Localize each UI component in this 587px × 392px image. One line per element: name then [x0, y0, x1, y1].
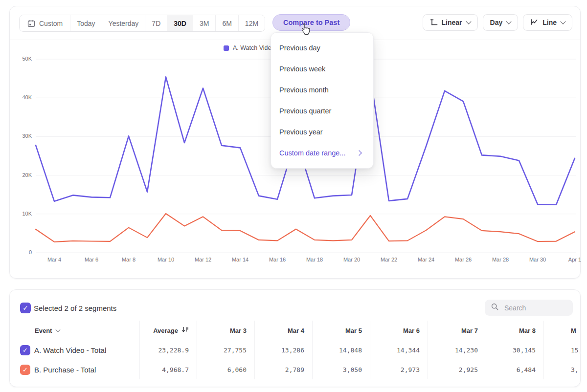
- compare-menu-items: Previous dayPrevious weekPrevious monthP…: [271, 37, 373, 142]
- row-checkbox[interactable]: ✓: [20, 365, 30, 375]
- menu-item-previous-year[interactable]: Previous year: [271, 121, 373, 142]
- row-checkbox[interactable]: ✓: [20, 345, 30, 355]
- search-input[interactable]: [503, 304, 567, 312]
- data-value: 27,755: [197, 340, 254, 360]
- y-tick-label: 20K: [10, 172, 32, 178]
- event-name: A. Watch Video - Total: [34, 340, 139, 360]
- data-value: 2,925: [428, 360, 486, 379]
- x-tick-label: Mar 16: [263, 257, 292, 262]
- chevron-right-icon: [356, 150, 361, 155]
- x-tick-label: Mar 24: [411, 257, 441, 262]
- selected-segments-label: Selected 2 of 2 segments: [34, 304, 116, 312]
- menu-item-custom-date-range[interactable]: Custom date range...: [271, 142, 373, 163]
- menu-item-previous-month[interactable]: Previous month: [271, 79, 373, 100]
- column-header-average[interactable]: Average: [139, 321, 197, 340]
- analytics-dashboard: CustomTodayYesterday7D30D3M6M12M Compare…: [0, 0, 587, 392]
- column-header-date[interactable]: M: [543, 321, 581, 340]
- data-value: 2,973: [370, 360, 428, 379]
- x-tick-label: Mar 12: [188, 257, 218, 262]
- data-value: 3,: [543, 360, 581, 379]
- y-tick-label: 10K: [10, 211, 32, 217]
- x-tick-label: Mar 14: [226, 257, 255, 262]
- x-tick-label: Mar 26: [449, 257, 478, 262]
- segments-table-card: ✓ Selected 2 of 2 segments Event Average…: [9, 289, 581, 387]
- y-tick-label: 0: [10, 249, 32, 255]
- column-header-date[interactable]: Mar 8: [486, 321, 543, 340]
- data-value: 30,145: [486, 340, 543, 360]
- segments-table: Event Average Mar 3Mar 4Mar 5Mar 6Mar 7M…: [10, 321, 581, 379]
- x-tick-label: Mar 20: [337, 257, 366, 262]
- legend-label: A. Watch Video: [233, 44, 274, 51]
- menu-item-previous-week[interactable]: Previous week: [271, 58, 373, 79]
- chevron-down-icon: [56, 327, 61, 332]
- y-tick-label: 30K: [10, 133, 32, 139]
- average-value: 23,228.9: [139, 340, 197, 360]
- menu-item-previous-quarter[interactable]: Previous quarter: [271, 100, 373, 121]
- x-tick-label: Mar 18: [300, 257, 329, 262]
- column-header-event[interactable]: Event: [34, 321, 139, 340]
- row-checkbox-cell: ✓: [10, 360, 34, 379]
- x-tick-label: Mar 22: [374, 257, 404, 262]
- column-header-date[interactable]: Mar 5: [312, 321, 370, 340]
- data-value: 13,286: [254, 340, 312, 360]
- x-tick-label: Mar 4: [40, 257, 69, 262]
- x-tick-label: Mar 8: [114, 257, 143, 262]
- x-tick-label: Mar 30: [523, 257, 552, 262]
- column-header-date[interactable]: Mar 7: [428, 321, 486, 340]
- y-tick-label: 50K: [10, 56, 32, 62]
- average-value: 4,968.7: [139, 360, 197, 379]
- y-tick-label: 40K: [10, 94, 32, 100]
- column-header-date[interactable]: Mar 6: [370, 321, 428, 340]
- menu-item-previous-day[interactable]: Previous day: [271, 37, 373, 58]
- column-header-date[interactable]: Mar 4: [254, 321, 312, 340]
- data-value: 6,484: [486, 360, 543, 379]
- data-value: 14,344: [370, 340, 428, 360]
- x-tick-label: Mar 10: [151, 257, 181, 262]
- data-value: 14,230: [428, 340, 486, 360]
- series-line-purchase: [36, 214, 575, 242]
- sort-descending-icon: [181, 327, 189, 334]
- search-box: [485, 300, 573, 316]
- data-value: 3,050: [312, 360, 370, 379]
- x-tick-label: Apr 1: [560, 257, 587, 262]
- data-value: 14,848: [312, 340, 370, 360]
- header-spacer: [10, 321, 34, 340]
- compare-to-past-menu: Previous dayPrevious weekPrevious monthP…: [271, 32, 374, 169]
- event-name: B. Purchase - Total: [34, 360, 139, 379]
- x-tick-label: Mar 28: [486, 257, 515, 262]
- row-checkbox-cell: ✓: [10, 340, 34, 360]
- select-all-checkbox[interactable]: ✓: [20, 303, 31, 313]
- data-value: 15,: [543, 340, 581, 360]
- data-value: 2,789: [254, 360, 312, 379]
- x-tick-label: Mar 6: [77, 257, 106, 262]
- search-icon: [491, 303, 499, 313]
- legend-swatch: [224, 45, 229, 51]
- column-header-date[interactable]: Mar 3: [197, 321, 254, 340]
- data-value: 6,060: [197, 360, 254, 379]
- legend-item[interactable]: A. Watch Video: [224, 44, 274, 51]
